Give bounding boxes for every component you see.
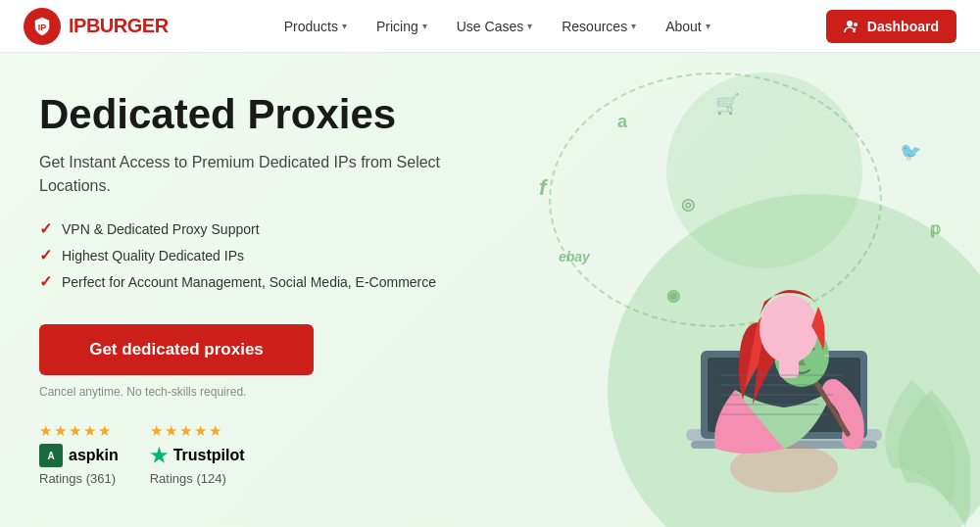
svg-point-14 [760,295,818,363]
illustration-area: a 🛒 f ◎ ebay ◉ 🐦 𝕡 [490,53,980,527]
nav-item-products[interactable]: Products ▾ [272,13,359,40]
trustpilot-count: Ratings (124) [150,471,245,486]
check-icon: ✓ [39,272,52,291]
chevron-down-icon: ▾ [342,21,347,31]
amazon-icon: a [617,112,627,132]
nav-links: Products ▾ Pricing ▾ Use Cases ▾ Resourc… [272,13,722,40]
aspkin-logo: A aspkin [39,444,119,467]
aspkin-count: Ratings (361) [39,471,119,486]
logo[interactable]: IP IPBURGER [24,8,169,45]
logo-text: IPBURGER [69,15,169,37]
ebay-icon: ebay [559,249,590,264]
trustpilot-logo: ★ Trustpilot [150,444,245,467]
feature-list: ✓ VPN & Dedicated Proxy Support ✓ Highes… [39,219,451,299]
chevron-down-icon: ▾ [631,21,636,31]
dashboard-icon [844,19,859,34]
facebook-icon: f [539,175,546,201]
trustpilot-stars: ★★★★★ [150,422,245,440]
svg-point-1 [847,21,853,26]
hero-section: Dedicated Proxies Get Instant Access to … [0,53,490,527]
feature-item-2: ✓ Highest Quality Dedicated IPs [39,246,451,264]
nav-item-about[interactable]: About ▾ [654,13,722,40]
aspkin-rating: ★★★★★ A aspkin Ratings (361) [39,422,119,486]
chevron-down-icon: ▾ [422,21,427,31]
chevron-down-icon: ▾ [527,21,532,31]
svg-point-2 [854,23,858,26]
check-icon: ✓ [39,219,52,238]
trustpilot-rating: ★★★★★ ★ Trustpilot Ratings (124) [150,422,245,486]
logo-shield: IP [24,8,61,45]
hero-title: Dedicated Proxies [39,92,451,137]
navbar: IP IPBURGER Products ▾ Pricing ▾ Use Cas… [0,0,980,53]
chevron-down-icon: ▾ [706,21,710,31]
nav-item-pricing[interactable]: Pricing ▾ [365,13,439,40]
ratings-row: ★★★★★ A aspkin Ratings (361) ★★★★★ ★ Tru… [39,422,451,486]
get-dedicated-proxies-button[interactable]: Get dedicated proxies [39,324,314,375]
check-icon: ✓ [39,246,52,264]
aspkin-icon: A [39,444,63,467]
feature-item-1: ✓ VPN & Dedicated Proxy Support [39,219,451,238]
cart-icon: 🛒 [715,92,740,116]
trustpilot-icon: ★ [150,444,168,467]
svg-text:IP: IP [38,23,47,32]
nav-item-resources[interactable]: Resources ▾ [550,13,648,40]
leaf-decoration [853,370,970,527]
aspkin-stars: ★★★★★ [39,422,119,440]
feature-item-3: ✓ Perfect for Account Management, Social… [39,272,451,291]
nav-item-use-cases[interactable]: Use Cases ▾ [445,13,544,40]
main-content: Dedicated Proxies Get Instant Access to … [0,53,980,527]
dashboard-button[interactable]: Dashboard [826,10,956,43]
cancel-text: Cancel anytime. No tech-skills required. [39,385,451,399]
hero-subtitle: Get Instant Access to Premium Dedicated … [39,151,451,198]
